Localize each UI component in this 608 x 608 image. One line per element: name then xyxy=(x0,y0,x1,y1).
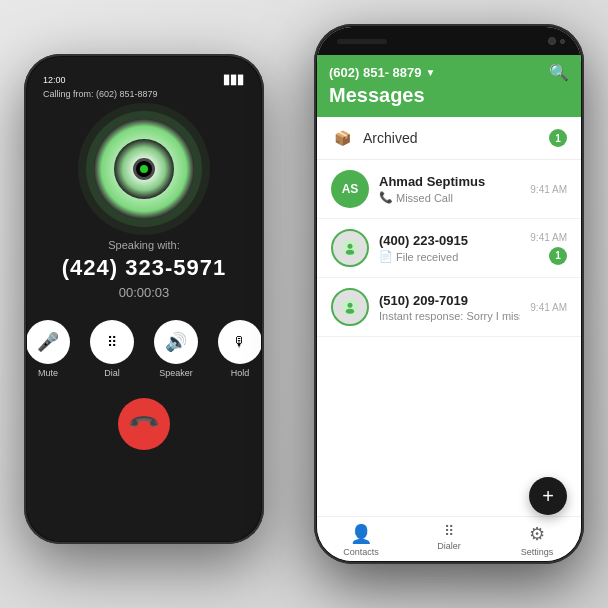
contacts-label: Contacts xyxy=(343,547,379,557)
hold-button[interactable]: 🎙 Hold xyxy=(218,320,261,378)
plus-icon: + xyxy=(542,485,554,508)
archived-badge: 1 xyxy=(549,129,567,147)
archived-label: Archived xyxy=(363,130,539,146)
bottom-navigation: 👤 Contacts ⠿ Dialer ⚙ Settings xyxy=(317,516,581,561)
call-actions: 🎤 Mute ⠿ Dial 🔊 Speaker 🎙 Hold xyxy=(27,320,261,378)
right-phone: (602) 851- 8879 ▼ 🔍 Messages 📦 Archived … xyxy=(314,24,584,564)
call-avatar xyxy=(94,119,194,219)
hold-label: Hold xyxy=(231,368,250,378)
messages-list: 📦 Archived 1 AS Ahmad Septimus 📞 Missed … xyxy=(317,117,581,516)
end-call-button[interactable]: 📞 xyxy=(118,398,170,450)
mute-button[interactable]: 🎤 Mute xyxy=(27,320,70,378)
settings-icon: ⚙ xyxy=(529,523,545,545)
message-content: Ahmad Septimus 📞 Missed Call xyxy=(379,174,520,204)
settings-label: Settings xyxy=(521,547,554,557)
messages-title: Messages xyxy=(329,84,569,107)
message-time: 9:41 AM xyxy=(530,302,567,313)
list-item[interactable]: (510) 209-7019 Instant response: Sorry I… xyxy=(317,278,581,337)
header-phone-number: (602) 851- 8879 ▼ xyxy=(329,65,435,80)
left-phone: 12:00 ▊▊▊ Calling from: (602) 851-8879 S… xyxy=(24,54,264,544)
message-preview: Instant response: Sorry I missed your ca… xyxy=(379,310,520,322)
svg-point-5 xyxy=(346,309,354,314)
archive-icon: 📦 xyxy=(331,127,353,149)
call-from-label: Calling from: (602) 851-8879 xyxy=(43,89,158,99)
dial-button[interactable]: ⠿ Dial xyxy=(90,320,134,378)
search-icon[interactable]: 🔍 xyxy=(549,63,569,82)
message-content: (400) 223-0915 📄 File received xyxy=(379,233,520,263)
call-time: 12:00 xyxy=(43,75,66,85)
nav-dialer[interactable]: ⠿ Dialer xyxy=(405,523,493,557)
contact-name: (510) 209-7019 xyxy=(379,293,520,308)
message-time: 9:41 AM xyxy=(530,232,567,243)
speaking-label: Speaking with: xyxy=(108,239,180,251)
dialer-label: Dialer xyxy=(437,541,461,551)
avatar xyxy=(331,229,369,267)
call-number: (424) 323-5971 xyxy=(62,255,226,281)
message-meta: 9:41 AM xyxy=(530,302,567,313)
fab-button[interactable]: + xyxy=(529,477,567,515)
speaker-button[interactable]: 🔊 Speaker xyxy=(154,320,198,378)
contact-name: (400) 223-0915 xyxy=(379,233,520,248)
message-preview: 📞 Missed Call xyxy=(379,191,520,204)
avatar xyxy=(331,288,369,326)
unread-badge: 1 xyxy=(549,247,567,265)
call-duration: 00:00:03 xyxy=(119,285,170,300)
contact-name: Ahmad Septimus xyxy=(379,174,520,189)
list-item[interactable]: AS Ahmad Septimus 📞 Missed Call 9:41 AM xyxy=(317,160,581,219)
avatar: AS xyxy=(331,170,369,208)
mute-label: Mute xyxy=(38,368,58,378)
contacts-icon: 👤 xyxy=(350,523,372,545)
message-meta: 9:41 AM xyxy=(530,184,567,195)
archived-row[interactable]: 📦 Archived 1 xyxy=(317,117,581,160)
nav-contacts[interactable]: 👤 Contacts xyxy=(317,523,405,557)
dropdown-chevron-icon[interactable]: ▼ xyxy=(426,67,436,78)
file-icon: 📄 xyxy=(379,250,393,263)
nav-settings[interactable]: ⚙ Settings xyxy=(493,523,581,557)
svg-point-4 xyxy=(348,303,353,308)
svg-point-2 xyxy=(346,250,354,255)
messages-header: (602) 851- 8879 ▼ 🔍 Messages xyxy=(317,55,581,117)
dial-label: Dial xyxy=(104,368,120,378)
message-meta: 9:41 AM 1 xyxy=(530,232,567,265)
message-content: (510) 209-7019 Instant response: Sorry I… xyxy=(379,293,520,322)
missed-call-icon: 📞 xyxy=(379,191,393,204)
message-preview: 📄 File received xyxy=(379,250,520,263)
speaker-label: Speaker xyxy=(159,368,193,378)
svg-point-1 xyxy=(348,244,353,249)
message-time: 9:41 AM xyxy=(530,184,567,195)
list-item[interactable]: (400) 223-0915 📄 File received 9:41 AM 1 xyxy=(317,219,581,278)
dialer-icon: ⠿ xyxy=(444,523,454,539)
